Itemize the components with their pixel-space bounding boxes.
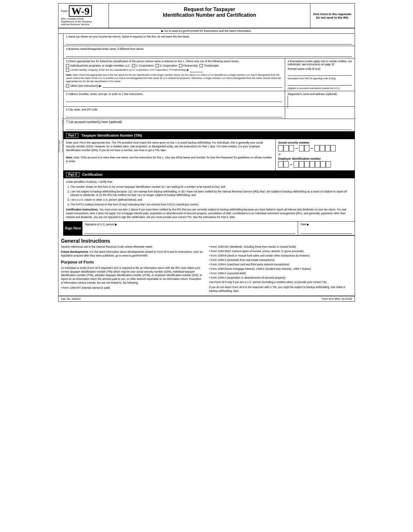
ssn-cell-9[interactable] bbox=[331, 145, 336, 151]
side-print-label: Print or type. See Specific Instructions… bbox=[58, 34, 63, 236]
rev-date: (Rev. October 2018) bbox=[61, 17, 106, 20]
ssn-group2 bbox=[299, 145, 309, 151]
field1-input[interactable] bbox=[66, 39, 352, 44]
general-instructions-section: General Instructions Section references … bbox=[58, 236, 355, 296]
ein-group1 bbox=[278, 161, 289, 168]
other-checkbox[interactable] bbox=[66, 84, 69, 87]
ssn-cell-4[interactable] bbox=[299, 145, 304, 151]
partnership-checkbox[interactable] bbox=[179, 64, 182, 67]
part1-label: Part I bbox=[66, 133, 78, 138]
form-title-line2: Identification Number and Certification bbox=[115, 12, 304, 18]
llc-label: Limited liability company. Enter the tax… bbox=[70, 68, 189, 71]
gi-future-dev: Future developments. For the latest info… bbox=[61, 250, 204, 258]
form-footer: Cat. No. 10231X Form W-9 (Rev. 10-2018) bbox=[58, 296, 355, 301]
ein-cell-1[interactable] bbox=[278, 161, 283, 168]
s-corp-label: S Corporation bbox=[160, 64, 177, 67]
ein-cell-4[interactable] bbox=[299, 161, 304, 168]
ssn-dash1: – bbox=[295, 146, 298, 151]
requester-block: Requester's name and address (optional) bbox=[285, 91, 355, 106]
signature-input[interactable] bbox=[85, 227, 295, 234]
cat-no: Cat. No. 10231X bbox=[61, 297, 81, 300]
ein-cell-2[interactable] bbox=[284, 161, 289, 168]
gi-purpose-title: Purpose of Form bbox=[61, 259, 204, 265]
goto-text: ▶ Go to www.irs.gov/FormW9 for instructi… bbox=[161, 29, 252, 33]
part2-header: Part II Certification bbox=[63, 171, 355, 178]
gi-right-bullet-5-text: • Form 1099-K (merchant card and third p… bbox=[209, 263, 289, 266]
tin-boxes: Social security number – – bbox=[276, 139, 355, 170]
ein-cell-7[interactable] bbox=[315, 161, 320, 168]
individual-label: Individual/sole proprietor or single-mem… bbox=[70, 64, 130, 67]
gi-columns: Section references are to the Internal R… bbox=[61, 245, 352, 294]
c-corp-checkbox[interactable] bbox=[132, 64, 135, 67]
date-input[interactable] bbox=[301, 227, 352, 234]
ssn-cell-2[interactable] bbox=[284, 145, 289, 151]
ssn-cell-1[interactable] bbox=[278, 145, 283, 151]
ein-label: Employer identification number bbox=[278, 157, 352, 160]
gi-right-bullet-7: • Form 1099-C (canceled debt) bbox=[209, 272, 352, 275]
classif-options: Individual/sole proprietor or single-mem… bbox=[66, 64, 282, 67]
cert-instructions-para: Certification instructions. You must cro… bbox=[66, 208, 352, 219]
requester-label: Requester's name and address (optional) bbox=[288, 92, 352, 96]
gi-right-bullet-8: • Form 1099-A (acquisition or abandonmen… bbox=[209, 276, 352, 280]
gi-right-bullet-5: • Form 1099-K (merchant card and third p… bbox=[209, 263, 352, 266]
exempt-fatca-text: Exemption from FATCA reporting code (if … bbox=[288, 77, 352, 86]
gi-right-bullet-7-text: • Form 1099-C (canceled debt) bbox=[209, 272, 246, 275]
exemptions-block: 4 Exemptions (codes apply only to certai… bbox=[285, 58, 355, 91]
ssn-cell-6[interactable] bbox=[314, 145, 320, 151]
field7-input[interactable] bbox=[66, 124, 352, 130]
ein-cell-9[interactable] bbox=[326, 161, 331, 168]
form-id-block: Form W-9 (Rev. October 2018) Department … bbox=[58, 3, 109, 28]
ein-cell-5[interactable] bbox=[304, 161, 309, 168]
cert-item-1: The number shown on this form is my corr… bbox=[70, 185, 352, 189]
irs-label: Internal Revenue Service bbox=[61, 23, 106, 26]
tin-note-bold: Note: bbox=[66, 156, 74, 159]
date-label: Date ▶ bbox=[301, 223, 352, 226]
part2-label: Part II bbox=[66, 172, 79, 177]
fatca-code-input[interactable] bbox=[288, 81, 352, 86]
individual-checkbox[interactable] bbox=[66, 64, 69, 67]
gi-bullet-1: • Form 1099-INT (interest earned or paid… bbox=[61, 286, 204, 290]
side-label-text: Print or type. See Specific Instructions… bbox=[57, 116, 64, 154]
trust-checkbox[interactable] bbox=[200, 64, 203, 67]
exempt-payee-input[interactable] bbox=[288, 71, 352, 76]
ssn-group1 bbox=[278, 145, 294, 151]
certification-section: Under penalties of perjury, I certify th… bbox=[63, 178, 355, 222]
main-content: 1 Name (as shown on your income tax retu… bbox=[63, 34, 355, 236]
field2-row: 2 Business name/disregarded entity name,… bbox=[63, 46, 355, 58]
field6-input[interactable] bbox=[66, 112, 282, 117]
ssn-cell-3[interactable] bbox=[289, 145, 294, 151]
field4-label: 4 Exemptions (codes apply only to certai… bbox=[288, 60, 352, 66]
field3-label: 3 Check appropriate box for federal tax … bbox=[66, 60, 282, 63]
exempt-fatca-label: Exemption from FATCA reporting code (if … bbox=[288, 77, 352, 80]
ssn-cell-8[interactable] bbox=[325, 145, 330, 151]
field7-label: 7 List account number(s) here (optional) bbox=[66, 120, 352, 124]
print-or-type: Print or type. bbox=[58, 117, 60, 152]
form-word: Form bbox=[61, 9, 68, 13]
s-corp-checkbox[interactable] bbox=[156, 64, 159, 67]
tin-or: or bbox=[278, 153, 352, 156]
ein-cell-3[interactable] bbox=[294, 161, 299, 168]
ein-cell-8[interactable] bbox=[320, 161, 326, 168]
gi-right-col: • Form 1099-DIV (dividends, including th… bbox=[209, 245, 352, 294]
ssn-cell-7[interactable] bbox=[320, 145, 325, 151]
tin-main-text: Enter your TIN in the appropriate box. T… bbox=[66, 141, 273, 152]
tin-note: Note: Note: If the account is in more th… bbox=[66, 156, 273, 163]
ssn-label: Social security number bbox=[278, 141, 352, 144]
use-form-text: Use Form W-9 only if you are a U.S. pers… bbox=[209, 281, 352, 284]
ssn-cell-5[interactable] bbox=[304, 145, 309, 151]
llc-checkbox[interactable] bbox=[66, 68, 69, 72]
form-name: W-9 bbox=[69, 5, 92, 17]
field7-row: 7 List account number(s) here (optional) bbox=[63, 119, 355, 132]
field5-label: 5 Address (number, street, and apt. or s… bbox=[66, 92, 282, 96]
gi-right-bullet-3: • Form 1099-B (stock or mutual fund sale… bbox=[209, 254, 352, 257]
c-corp-label: C Corporation bbox=[136, 64, 154, 67]
field1-row: 1 Name (as shown on your income tax retu… bbox=[63, 34, 355, 46]
if-not-return-text: If you do not return Form W-9 to the req… bbox=[209, 286, 352, 293]
field2-input[interactable] bbox=[66, 51, 352, 57]
address-row: 5 Address (number, street, and apt. or s… bbox=[63, 91, 355, 107]
see-specific: See Specific Instructions on page 3. bbox=[62, 117, 64, 152]
sign-here-text: Sign Here bbox=[65, 226, 81, 230]
field5-input[interactable] bbox=[66, 96, 282, 102]
ein-cell-6[interactable] bbox=[310, 161, 315, 168]
sign-content: Signature of U.S. person ▶ bbox=[82, 222, 298, 235]
